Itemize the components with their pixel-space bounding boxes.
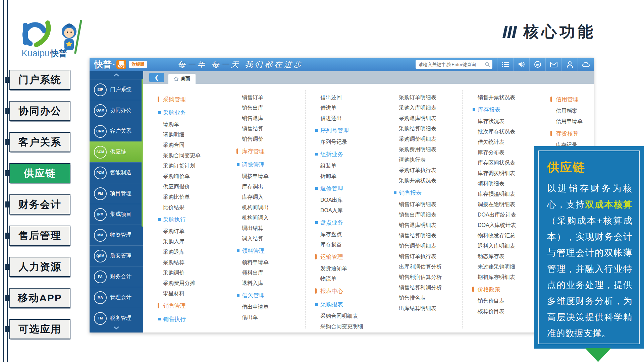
menu-item[interactable]: 批次库存状况表: [472, 127, 516, 137]
menu-item[interactable]: 采购退库: [158, 247, 201, 257]
menu-section-header[interactable]: 盘点业务: [315, 216, 363, 229]
menu-item[interactable]: 请购执行表: [393, 155, 442, 165]
menu-item[interactable]: 销售价目表: [472, 296, 516, 306]
menu-item[interactable]: 领料明细表: [472, 179, 516, 189]
menu-item[interactable]: 物料收发存汇总: [472, 231, 516, 241]
menu-item[interactable]: 发货通知单: [315, 263, 363, 274]
menu-item[interactable]: 库存损溢明细表: [472, 189, 516, 199]
left-nav-item[interactable]: 财务会计: [9, 194, 70, 215]
menu-item[interactable]: 销售结算: [236, 124, 269, 134]
menu-item[interactable]: 机构间调入: [236, 213, 269, 223]
menu-section-header[interactable]: 运输管理: [315, 250, 363, 263]
menu-item[interactable]: 销售退库明细表: [393, 220, 442, 231]
menu-item[interactable]: 销售排名表: [393, 293, 442, 303]
menu-section-header[interactable]: 销售管理: [158, 299, 201, 312]
search-icon[interactable]: [485, 62, 490, 67]
menu-item[interactable]: 销售出库明细表: [393, 210, 442, 220]
menu-section-header[interactable]: 库存报表: [472, 103, 516, 116]
menu-section-header[interactable]: 库存管理: [236, 144, 269, 158]
menu-item[interactable]: 库存分布表: [472, 147, 516, 158]
menu-section-header[interactable]: 领料管理: [236, 244, 269, 257]
menu-item[interactable]: 拆卸单: [315, 171, 363, 182]
menu-item[interactable]: 请购明细: [158, 130, 201, 140]
menu-section-header[interactable]: 销售执行: [158, 312, 201, 326]
menu-item[interactable]: 物流单: [315, 274, 363, 284]
menu-section-header[interactable]: 报表中心: [315, 284, 363, 298]
menu-item[interactable]: 采购订单: [158, 226, 201, 237]
menu-item[interactable]: 请购单: [158, 119, 201, 130]
menu-section-header[interactable]: 采购管理: [158, 93, 201, 106]
menu-item[interactable]: 采购入库: [158, 237, 201, 247]
menu-item[interactable]: 供应商报价: [158, 182, 201, 192]
menu-section-header[interactable]: 价格政策: [472, 283, 516, 296]
menu-item[interactable]: 采购订单执行表: [393, 165, 442, 176]
tab-desktop[interactable]: 桌面: [168, 74, 196, 84]
menu-item[interactable]: 销售订单: [236, 93, 269, 103]
menu-item[interactable]: DOA入库: [315, 205, 363, 216]
menu-item[interactable]: 组装单: [315, 161, 363, 171]
menu-item[interactable]: 库存状况表: [472, 116, 516, 127]
menu-item[interactable]: DOA入库统计表: [472, 220, 516, 231]
sidebar-module-item[interactable]: OAM协同办公: [90, 100, 143, 121]
sidebar-module-item[interactable]: PCM智能制造: [90, 162, 143, 183]
menu-item[interactable]: 采购合同变更单: [158, 150, 201, 161]
menu-item[interactable]: DOA出库: [315, 195, 363, 205]
menu-item[interactable]: 采购结算明细表: [393, 124, 442, 134]
menu-section-header[interactable]: 调拨管理: [236, 158, 269, 171]
menu-item[interactable]: 库存盘点: [315, 229, 363, 240]
search-input[interactable]: [416, 60, 492, 69]
menu-item[interactable]: 采购合同: [158, 140, 201, 150]
menu-item[interactable]: 销售结算利润分析: [393, 283, 442, 293]
menu-item[interactable]: 销售订单明细表: [393, 199, 442, 210]
menu-item[interactable]: 期初库存明细表: [472, 272, 516, 283]
menu-item[interactable]: 采购开票状况表: [393, 176, 442, 186]
menu-item[interactable]: 出库结算明细表: [393, 303, 442, 314]
menu-section-header[interactable]: 序列号管理: [315, 124, 363, 137]
sidebar-module-item[interactable]: IPM集成项目: [90, 204, 143, 225]
menu-item[interactable]: 调拨在途明细表: [472, 199, 516, 210]
sidebar-module-item[interactable]: PM项目管理: [90, 183, 143, 204]
menu-section-header[interactable]: 采购业务: [158, 106, 201, 119]
menu-item[interactable]: 核算价目表: [472, 306, 516, 317]
menu-item[interactable]: 采购结算: [158, 257, 201, 268]
menu-item[interactable]: 调拨申请单: [236, 171, 269, 182]
user-icon[interactable]: [561, 58, 578, 71]
menu-item[interactable]: 库存损益: [315, 240, 363, 250]
menu-item[interactable]: 调出结算: [236, 223, 269, 234]
left-nav-item[interactable]: 供应链: [9, 163, 70, 183]
left-nav-item[interactable]: 售后管理: [9, 226, 70, 246]
left-nav-item[interactable]: 门户系统: [9, 70, 70, 90]
menu-item[interactable]: 序列号记录: [315, 137, 363, 147]
sidebar-scroll-down[interactable]: [90, 324, 143, 332]
menu-section-header[interactable]: 组拆业务: [315, 147, 363, 161]
menu-item[interactable]: 采购退库明细表: [393, 113, 442, 124]
menu-section-header[interactable]: 存货核算: [550, 127, 583, 140]
menu-item[interactable]: 调入结算: [236, 234, 269, 244]
sidebar-module-item[interactable]: MA管理会计: [90, 287, 143, 308]
menu-item[interactable]: 零星材料: [158, 289, 201, 299]
menu-section-header[interactable]: 采购执行: [158, 213, 201, 226]
menu-item[interactable]: 采购比价单: [158, 192, 201, 202]
menu-item[interactable]: 销售出库: [236, 103, 269, 113]
menu-item[interactable]: 销售调价: [236, 134, 269, 144]
menu-item[interactable]: 比价结果: [158, 202, 201, 213]
menu-item[interactable]: 库存区间状况表: [472, 158, 516, 168]
sidebar-module-item[interactable]: EIP门户系统: [90, 79, 143, 100]
menu-item[interactable]: 借出还回: [315, 93, 363, 103]
menu-item[interactable]: 未过账采销明细: [472, 262, 516, 272]
speaker-icon[interactable]: [513, 58, 529, 71]
menu-item[interactable]: 信用申请单: [550, 116, 583, 127]
menu-item[interactable]: 库存调出: [236, 182, 269, 192]
left-nav-item[interactable]: 客户关系: [9, 132, 70, 152]
menu-item[interactable]: 借进单: [315, 103, 363, 113]
menu-item[interactable]: 动态库存表: [472, 251, 516, 262]
menu-item[interactable]: 销售退库: [236, 113, 269, 124]
menu-item[interactable]: 采购调价明细表: [393, 134, 442, 144]
menu-item[interactable]: 销售订单执行表: [393, 251, 442, 262]
menu-item[interactable]: 采购合同变更明细: [315, 321, 363, 332]
menu-section-header[interactable]: 信用管理: [550, 93, 583, 106]
menu-item[interactable]: 采购询价单: [158, 171, 201, 182]
menu-item[interactable]: 采购合同明细表: [315, 311, 363, 321]
left-nav-item[interactable]: 可选应用: [9, 319, 70, 339]
menu-item[interactable]: 借出单: [236, 312, 269, 323]
